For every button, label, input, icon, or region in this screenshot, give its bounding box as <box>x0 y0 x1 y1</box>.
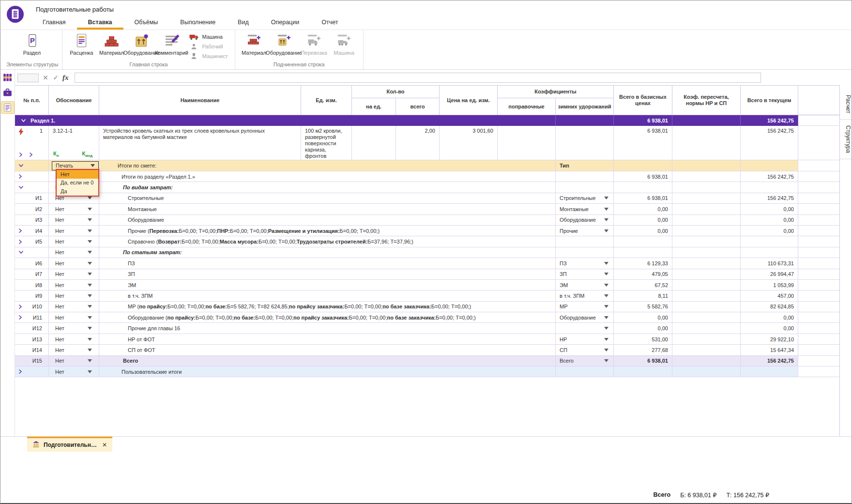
dropdown-option[interactable]: Да, если не 0 <box>57 179 98 187</box>
type-combo[interactable]: в т.ч. ЗПМ <box>556 290 613 301</box>
print-combo[interactable]: Нет <box>49 367 99 377</box>
equipment-sub-button[interactable]: Оборудование <box>269 31 299 56</box>
menu-tab-Операции[interactable]: Операции <box>260 16 310 30</box>
type-combo[interactable]: Оборудование <box>556 215 613 225</box>
table-row[interactable]: И8НетЭМЭМ67,521 053,99 <box>15 280 839 290</box>
type-combo[interactable]: ЭМ <box>556 280 613 290</box>
expand-right-icon[interactable] <box>18 369 24 374</box>
dropdown-option[interactable]: Да <box>57 187 98 196</box>
menu-tab-Отчет[interactable]: Отчет <box>310 16 349 30</box>
expand-right-icon[interactable] <box>18 315 24 320</box>
type-cell: Прочие <box>556 226 614 236</box>
print-combo[interactable]: Нет <box>49 215 99 225</box>
section-button[interactable]: PРаздел <box>17 31 47 56</box>
type-combo[interactable]: Монтажные <box>556 204 613 214</box>
briefcase-icon[interactable] <box>1 86 15 99</box>
rate-button[interactable]: Расценка <box>66 31 96 56</box>
table-row[interactable]: И10НетМР (по прайсу: Б=0,00; Т=0,00; по … <box>15 302 839 312</box>
table-row[interactable]: НетПо видам затрат: <box>15 182 839 193</box>
table-row[interactable]: И15НетВсегоВсего6 938,01156 242,75 <box>15 356 839 367</box>
print-combo[interactable]: Нет <box>49 247 99 258</box>
expand-right-icon[interactable] <box>18 174 24 179</box>
cancel-icon[interactable]: ✕ <box>42 74 49 81</box>
section-row[interactable]: Раздел 1. 6 938,01 156 242,75 <box>15 115 839 126</box>
print-combo[interactable]: Нет <box>49 236 99 246</box>
table-row[interactable]: И1НетСтроительныеСтроительные6 938,01156… <box>15 193 839 204</box>
type-combo[interactable]: Оборудование <box>556 312 613 322</box>
menu-tab-Главная[interactable]: Главная <box>31 16 77 30</box>
expand-right-icon[interactable] <box>18 228 24 233</box>
print-combo[interactable]: Нет <box>49 312 99 322</box>
type-combo[interactable]: Строительные <box>556 193 613 203</box>
type-combo[interactable]: МР <box>556 302 613 312</box>
expand-down-icon[interactable] <box>18 250 24 254</box>
table-row[interactable]: Итоги по разделу «Раздел 1.»6 938,01156 … <box>15 171 839 182</box>
menu-tab-Вид[interactable]: Вид <box>227 16 260 30</box>
material-sub-button[interactable]: Материал <box>239 31 269 56</box>
type-combo[interactable]: НР <box>556 334 613 344</box>
dropdown-option[interactable]: Нет <box>57 170 98 179</box>
table-row[interactable]: И2НетМонтажныеМонтажные0,000,00 <box>15 204 839 214</box>
expand-right-icon[interactable] <box>18 304 24 309</box>
table-row[interactable]: И9Нетв т.ч. ЗПМв т.ч. ЗПМ8,11457,00 <box>15 290 839 301</box>
table-row[interactable]: И12НетПрочие для главы 160,000,00 <box>15 323 839 334</box>
side-tab-Структура[interactable]: Структура <box>840 120 852 159</box>
table-row[interactable]: НетПо статьям затрат: <box>15 247 839 258</box>
print-combo[interactable]: Нет <box>49 356 99 366</box>
table-row[interactable]: И4НетПрочие (Перевозка: Б=0,00; Т=0,00; … <box>15 226 839 236</box>
table-row[interactable]: И13НетНР от ФОТНР531,0029 922,10 <box>15 334 839 345</box>
expand-right-icon[interactable] <box>18 239 24 244</box>
documents-panel-icon[interactable] <box>1 71 15 84</box>
table-row[interactable]: И6НетПЗПЗ6 129,33110 673,31 <box>15 258 839 269</box>
table-row[interactable]: И3НетОборудованиеОборудование0,000,00 <box>15 215 839 226</box>
machine-button[interactable]: Машина <box>189 33 228 40</box>
type-cell <box>556 115 614 126</box>
document-tab[interactable]: Подготовительн… ✕ <box>27 437 112 452</box>
recalc-cell <box>672 160 741 171</box>
menu-tab-Выполнение[interactable]: Выполнение <box>169 16 227 30</box>
kind-coefficient-link[interactable]: Кинд <box>82 151 92 158</box>
table-row[interactable]: И7НетЗПЗП479,0526 994,47 <box>15 269 839 280</box>
print-combo[interactable]: Нет <box>49 345 99 355</box>
type-combo[interactable]: ПЗ <box>556 258 613 268</box>
button-label: Расценка <box>70 50 93 56</box>
comment-button[interactable]: Комментарий <box>156 31 186 56</box>
print-combo[interactable]: Нет <box>49 302 99 312</box>
type-combo[interactable]: Всего <box>556 356 613 366</box>
side-tab-Расчет[interactable]: Расчет <box>840 89 852 120</box>
material-button[interactable]: Материал <box>96 31 126 56</box>
type-combo[interactable]: Прочие <box>556 226 613 236</box>
estimate-item-row[interactable]: 1 3.12-1-1 Кп Кинд Устройство кровель ск… <box>15 126 839 160</box>
print-combo[interactable]: Нет <box>49 334 99 344</box>
table-row[interactable]: И5НетСправочно (Возврат: Б=0,00; Т=0,00;… <box>15 236 839 247</box>
type-combo[interactable] <box>556 323 613 333</box>
print-combo[interactable]: Нет <box>49 280 99 290</box>
menu-tab-Объёмы[interactable]: Объёмы <box>123 16 169 30</box>
close-icon[interactable]: ✕ <box>102 442 107 448</box>
expand-arrows[interactable] <box>19 152 33 157</box>
table-row[interactable]: И14НетСП от ФОТСП277,6815 647,34 <box>15 345 839 355</box>
print-combo[interactable]: Нет <box>49 204 99 214</box>
confirm-icon[interactable]: ✓ <box>52 74 59 81</box>
expand-down-icon[interactable] <box>18 185 24 189</box>
print-combo[interactable]: Нет <box>49 269 99 279</box>
print-combo[interactable]: Нет <box>49 290 99 301</box>
type-combo[interactable]: СП <box>556 345 613 355</box>
menu-tab-Вставка[interactable]: Вставка <box>77 16 123 30</box>
base-total <box>614 236 672 246</box>
type-combo[interactable]: ЗП <box>556 269 613 279</box>
chevron-down-icon <box>88 197 92 199</box>
collapse-icon[interactable] <box>18 164 24 168</box>
estimate-sheet-icon[interactable] <box>1 101 15 114</box>
print-combo[interactable]: Нет <box>49 226 99 236</box>
table-row[interactable]: НетПользовательские итоги <box>15 367 839 377</box>
print-combo[interactable]: Нет <box>49 258 99 268</box>
kp-coefficient-link[interactable]: Кп <box>53 151 59 158</box>
equipment-button[interactable]: Оборудование <box>126 31 156 56</box>
print-combo[interactable]: Нет <box>49 323 99 333</box>
document-tab-bar: Подготовительн… ✕ <box>0 437 852 452</box>
cell-ref-box[interactable] <box>17 74 39 82</box>
formula-input[interactable] <box>75 73 761 83</box>
table-row[interactable]: И11НетОборудование (по прайсу: Б=0,00; Т… <box>15 312 839 323</box>
collapse-icon[interactable] <box>21 119 26 122</box>
